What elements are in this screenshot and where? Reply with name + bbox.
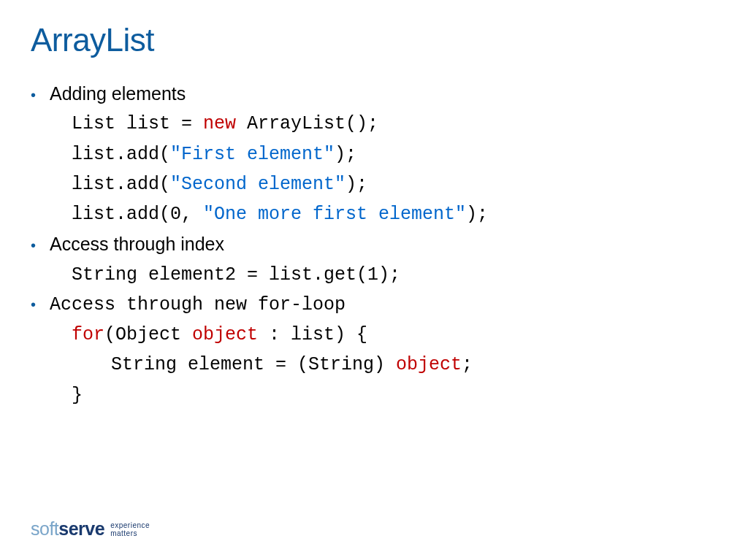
bullet-item: • Access through new for-loop bbox=[31, 290, 717, 320]
bullet-text-adding: Adding elements bbox=[50, 79, 186, 109]
code-line: list.add("Second element"); bbox=[31, 169, 717, 199]
logo-text: softserve bbox=[31, 518, 104, 540]
slide-content: • Adding elements List list = new ArrayL… bbox=[31, 79, 717, 410]
bullet-icon: • bbox=[31, 83, 41, 107]
code-line: for(Object object : list) { bbox=[31, 320, 717, 350]
bullet-icon: • bbox=[31, 234, 41, 258]
code-line: String element = (String) object; bbox=[31, 350, 717, 380]
bullet-text-access-forloop: Access through new for-loop bbox=[50, 290, 346, 320]
bullet-text-access-index: Access through index bbox=[50, 229, 224, 259]
logo-tagline: experience matters bbox=[110, 521, 150, 537]
code-line: list.add("First element"); bbox=[31, 139, 717, 169]
bullet-icon: • bbox=[31, 293, 41, 317]
code-line: String element2 = list.get(1); bbox=[31, 260, 717, 290]
bullet-item: • Access through index bbox=[31, 229, 717, 259]
code-line: List list = new ArrayList(); bbox=[31, 109, 717, 139]
bullet-item: • Adding elements bbox=[31, 79, 717, 109]
code-line: list.add(0, "One more first element"); bbox=[31, 199, 717, 229]
code-line: } bbox=[31, 380, 717, 410]
slide-title: ArrayList bbox=[31, 22, 717, 58]
company-logo: softserve experience matters bbox=[31, 518, 150, 540]
